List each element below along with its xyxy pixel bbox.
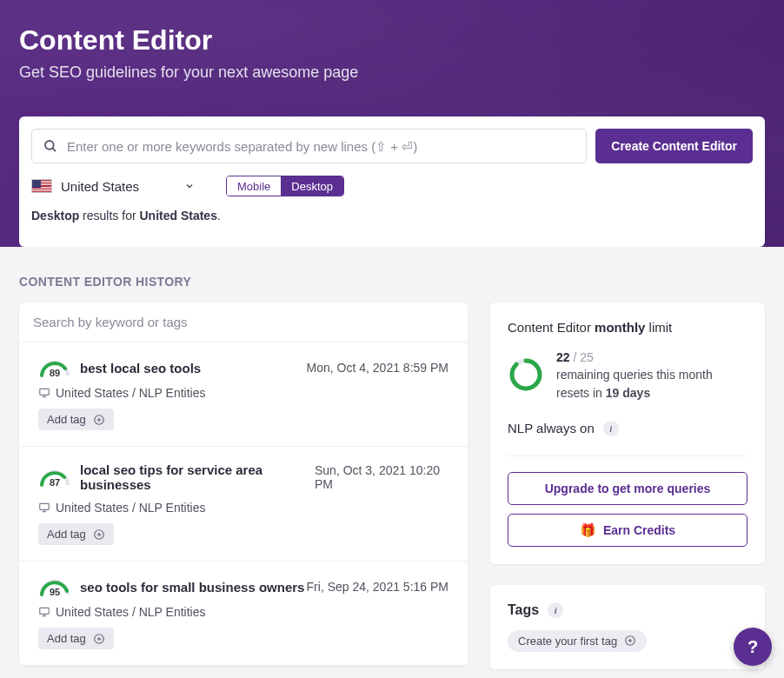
device-desktop-tab[interactable]: Desktop (281, 176, 343, 196)
history-item-meta: United States / NLP Entities (38, 605, 448, 619)
content-score-value: 89 (50, 368, 60, 378)
history-search-input[interactable] (19, 302, 468, 342)
plus-icon (624, 635, 636, 647)
add-tag-button[interactable]: Add tag (38, 409, 114, 430)
history-item[interactable]: 87 local seo tips for service area busin… (19, 447, 468, 562)
history-item-date: Mon, Oct 4, 2021 8:59 PM (307, 361, 448, 375)
svg-rect-8 (40, 503, 50, 509)
upgrade-button[interactable]: Upgrade to get more queries (508, 472, 747, 505)
create-tag-button[interactable]: Create your first tag (508, 630, 647, 652)
limit-card: Content Editor monthly limit 22 / 25 rem… (490, 302, 765, 564)
limit-text: 22 / 25 remaining queries this month res… (556, 349, 713, 402)
page-subtitle: Get SEO guidelines for your next awesome… (19, 63, 765, 82)
history-list: 89 best local seo tools Mon, Oct 4, 2021… (19, 302, 468, 666)
country-name: United States (61, 179, 139, 194)
desktop-icon (38, 606, 50, 618)
svg-point-21 (512, 361, 540, 389)
chevron-down-icon (184, 179, 195, 194)
history-item-meta: United States / NLP Entities (38, 386, 448, 400)
nlp-status: NLP always on i (508, 421, 747, 436)
device-toggle: Mobile Desktop (226, 176, 344, 196)
svg-line-1 (52, 148, 56, 151)
content-score-value: 87 (50, 477, 60, 488)
history-item-title: local seo tips for service area business… (80, 462, 315, 492)
plus-icon (93, 633, 105, 645)
results-summary: Desktop results for United States. (31, 209, 753, 223)
device-mobile-tab[interactable]: Mobile (227, 176, 281, 196)
create-content-editor-button[interactable]: Create Content Editor (595, 129, 753, 163)
earn-credits-button[interactable]: 🎁 Earn Credits (508, 514, 747, 547)
history-section-label: CONTENT EDITOR HISTORY (19, 275, 765, 289)
keyword-input[interactable] (67, 139, 575, 154)
plus-icon (93, 414, 105, 426)
history-item-date: Fri, Sep 24, 2021 5:16 PM (307, 580, 448, 594)
content-score-value: 95 (50, 587, 60, 597)
tags-header: Tags i (508, 602, 747, 618)
svg-rect-2 (40, 389, 50, 395)
usage-donut-icon (508, 356, 544, 393)
content-score-gauge: 89 (38, 358, 71, 377)
tags-card: Tags i Create your first tag (490, 585, 765, 669)
svg-rect-14 (40, 608, 50, 614)
svg-point-0 (45, 141, 54, 150)
desktop-icon (38, 502, 50, 514)
help-fab-button[interactable]: ? (734, 628, 772, 666)
history-item[interactable]: 95 seo tools for small business owners F… (19, 562, 468, 666)
flag-us-icon (31, 179, 52, 193)
info-icon[interactable]: i (548, 602, 563, 618)
limit-title: Content Editor monthly limit (508, 320, 747, 335)
hero-banner: Content Editor Get SEO guidelines for yo… (0, 0, 784, 247)
desktop-icon (38, 387, 50, 399)
add-tag-button[interactable]: Add tag (38, 628, 114, 649)
info-icon[interactable]: i (603, 421, 619, 436)
add-tag-button[interactable]: Add tag (38, 523, 114, 545)
history-item-meta: United States / NLP Entities (38, 501, 448, 515)
history-item-date: Sun, Oct 3, 2021 10:20 PM (315, 463, 448, 491)
content-score-gauge: 95 (38, 577, 71, 596)
page-title: Content Editor (19, 24, 765, 56)
country-select[interactable]: United States (31, 179, 195, 194)
search-icon (43, 138, 58, 154)
history-item[interactable]: 89 best local seo tools Mon, Oct 4, 2021… (19, 342, 468, 447)
keyword-input-wrap[interactable] (31, 129, 587, 163)
search-card: Create Content Editor United States Mobi… (19, 116, 765, 247)
content-score-gauge: 87 (38, 468, 71, 487)
gift-icon: 🎁 (580, 522, 596, 538)
history-search-wrap (19, 302, 468, 342)
history-item-title: seo tools for small business owners (80, 580, 304, 595)
plus-icon (93, 528, 105, 541)
history-item-title: best local seo tools (80, 361, 201, 376)
